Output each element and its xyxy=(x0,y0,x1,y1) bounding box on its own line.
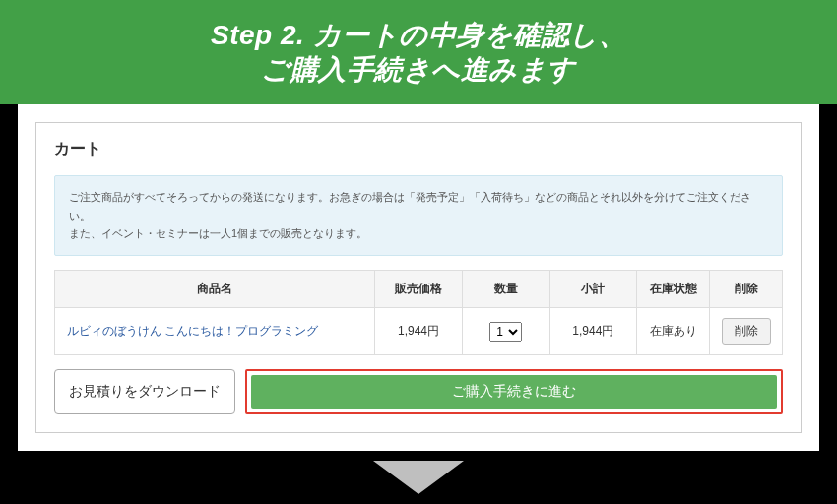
col-stock: 在庫状態 xyxy=(637,271,710,308)
download-quote-button[interactable]: お見積りをダウンロード xyxy=(54,369,235,414)
arrow-down-icon xyxy=(373,461,464,494)
cell-delete: 削除 xyxy=(710,308,783,355)
cart-notice-line1: ご注文商品がすべてそろってからの発送になります。お急ぎの場合は「発売予定」「入荷… xyxy=(69,188,768,224)
cart-title: カート xyxy=(54,139,783,159)
action-row: お見積りをダウンロード ご購入手続きに進む xyxy=(54,369,783,414)
col-subtotal: 小計 xyxy=(549,271,637,308)
proceed-checkout-button[interactable]: ご購入手続きに進む xyxy=(251,375,777,409)
col-name: 商品名 xyxy=(55,271,375,308)
cart-notice-line2: また、イベント・セミナーは一人1個までの販売となります。 xyxy=(69,224,768,243)
col-price: 販売価格 xyxy=(375,271,463,308)
proceed-highlight: ご購入手続きに進む xyxy=(245,369,783,414)
step-banner-line1: Step 2. カートの中身を確認し、 xyxy=(0,18,837,52)
cart-table: 商品名 販売価格 数量 小計 在庫状態 削除 ルビィのぼうけん こんにちは！プロ… xyxy=(54,270,783,355)
cell-name: ルビィのぼうけん こんにちは！プログラミング xyxy=(55,308,375,355)
step-banner-line2: ご購入手続きへ進みます xyxy=(0,52,837,87)
cart-notice: ご注文商品がすべてそろってからの発送になります。お急ぎの場合は「発売予定」「入荷… xyxy=(54,175,783,256)
col-qty: 数量 xyxy=(462,271,549,308)
arrow-area xyxy=(0,461,837,494)
col-delete: 削除 xyxy=(710,271,783,308)
cell-price: 1,944円 xyxy=(375,308,463,355)
cell-stock: 在庫あり xyxy=(637,308,710,355)
cell-qty: 1 xyxy=(462,308,549,355)
qty-select[interactable]: 1 xyxy=(489,322,522,342)
card: カート ご注文商品がすべてそろってからの発送になります。お急ぎの場合は「発売予定… xyxy=(18,104,819,451)
cell-subtotal: 1,944円 xyxy=(549,308,637,355)
cart-box: カート ご注文商品がすべてそろってからの発送になります。お急ぎの場合は「発売予定… xyxy=(35,122,802,433)
cart-header-row: 商品名 販売価格 数量 小計 在庫状態 削除 xyxy=(55,271,783,308)
table-row: ルビィのぼうけん こんにちは！プログラミング 1,944円 1 1,944円 在… xyxy=(55,308,783,355)
product-link[interactable]: ルビィのぼうけん こんにちは！プログラミング xyxy=(67,324,318,338)
step-banner: Step 2. カートの中身を確認し、 ご購入手続きへ進みます xyxy=(0,0,837,104)
delete-button[interactable]: 削除 xyxy=(722,318,771,345)
